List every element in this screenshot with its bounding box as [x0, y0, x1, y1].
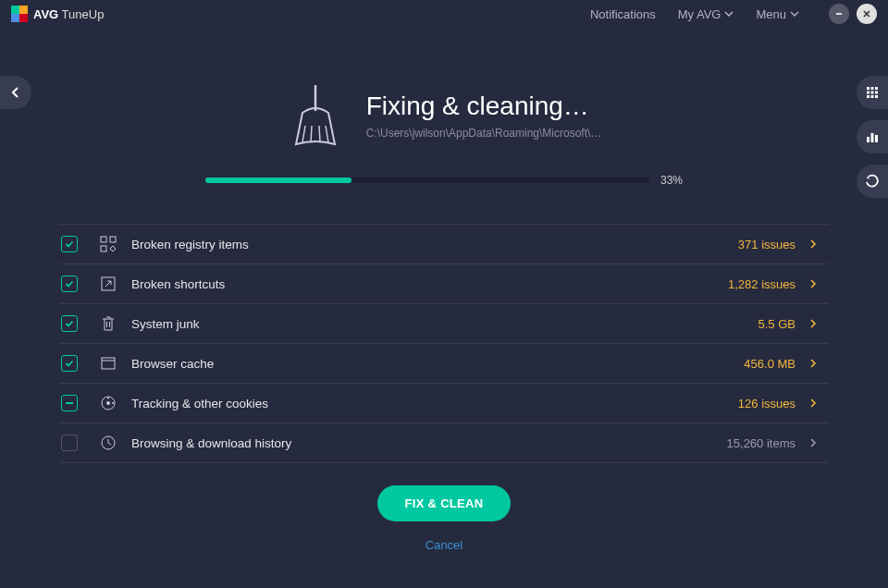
svg-rect-7: [867, 95, 870, 98]
check-icon: [65, 279, 74, 288]
checkbox[interactable]: [61, 435, 78, 451]
item-value: 5.5 GB: [758, 317, 796, 331]
browser-icon: [98, 355, 118, 372]
item-label: Broken registry items: [131, 238, 249, 251]
side-undo-button[interactable]: [857, 165, 888, 198]
list-item[interactable]: Broken shortcuts 1,282 issues: [59, 264, 829, 304]
page-title: Fixing & cleaning…: [366, 92, 602, 121]
chevron-down-icon: [790, 9, 799, 18]
item-label: System junk: [131, 317, 200, 331]
checkbox[interactable]: [61, 315, 78, 332]
cookies-icon: [98, 395, 118, 411]
indeterminate-icon: [66, 402, 73, 404]
list-item[interactable]: Browsing & download history 15,260 items: [59, 423, 829, 463]
svg-rect-1: [867, 87, 870, 90]
chevron-right-icon[interactable]: [808, 239, 818, 249]
cancel-link[interactable]: Cancel: [426, 538, 462, 552]
chevron-down-icon: [724, 9, 734, 18]
check-icon: [65, 319, 74, 328]
item-label: Tracking & other cookies: [131, 397, 268, 410]
svg-rect-14: [110, 237, 116, 242]
close-button[interactable]: [857, 4, 877, 24]
svg-point-22: [112, 402, 114, 404]
svg-rect-4: [867, 92, 870, 94]
registry-icon: [98, 236, 118, 252]
svg-rect-2: [871, 87, 874, 90]
svg-rect-11: [871, 133, 874, 142]
side-chart-button[interactable]: [857, 120, 888, 153]
items-list: Broken registry items 371 issues Broken …: [59, 224, 829, 463]
menu-dropdown[interactable]: Menu: [756, 7, 799, 21]
item-label: Browser cache: [131, 357, 214, 371]
history-icon: [98, 435, 118, 451]
chevron-right-icon[interactable]: [808, 359, 818, 368]
progress-bar: 33%: [59, 174, 829, 187]
checkbox[interactable]: [61, 355, 78, 372]
actions: FIX & CLEAN Cancel: [59, 485, 829, 552]
chevron-left-icon: [9, 86, 22, 99]
list-item[interactable]: System junk 5.5 GB: [59, 304, 829, 344]
svg-rect-5: [871, 92, 874, 94]
svg-point-21: [107, 398, 109, 399]
svg-rect-9: [875, 95, 878, 98]
broom-icon: [287, 83, 344, 148]
undo-icon: [865, 174, 880, 189]
item-label: Broken shortcuts: [131, 277, 225, 291]
check-icon: [65, 359, 74, 368]
logo: AVG TuneUp: [11, 6, 104, 22]
item-value: 126 issues: [738, 397, 796, 410]
progress-label: 33%: [660, 174, 683, 187]
svg-rect-10: [867, 137, 870, 142]
list-item[interactable]: Tracking & other cookies 126 issues: [59, 384, 829, 423]
fix-clean-button[interactable]: FIX & CLEAN: [377, 485, 512, 521]
item-value: 371 issues: [738, 238, 796, 251]
bar-chart-icon: [866, 130, 879, 143]
item-value: 1,282 issues: [728, 277, 796, 291]
minimize-button[interactable]: [829, 4, 849, 24]
list-item[interactable]: Browser cache 456.0 MB: [59, 344, 829, 384]
check-icon: [65, 239, 74, 249]
window-header: AVG TuneUp Notifications My AVG Menu: [0, 0, 888, 28]
grid-icon: [866, 86, 879, 99]
svg-rect-3: [875, 87, 878, 90]
notifications-link[interactable]: Notifications: [590, 7, 656, 21]
close-icon: [862, 9, 871, 18]
logo-icon: [11, 6, 28, 22]
svg-rect-13: [101, 237, 106, 242]
item-value: 15,260 items: [727, 436, 796, 450]
checkbox[interactable]: [61, 395, 78, 411]
chevron-right-icon[interactable]: [808, 279, 818, 288]
svg-point-20: [106, 401, 110, 405]
svg-rect-8: [871, 95, 874, 98]
progress-track: [205, 178, 649, 183]
svg-rect-15: [101, 246, 106, 251]
window-controls: [829, 4, 877, 24]
progress-fill: [205, 178, 352, 183]
shortcut-icon: [98, 276, 118, 292]
chevron-right-icon[interactable]: [808, 319, 818, 328]
header-right: Notifications My AVG Menu: [590, 4, 877, 24]
title-row: Fixing & cleaning… C:\Users\jwilson\AppD…: [59, 83, 829, 148]
my-avg-dropdown[interactable]: My AVG: [678, 7, 734, 21]
trash-icon: [98, 315, 118, 332]
main-content: Fixing & cleaning… C:\Users\jwilson\AppD…: [0, 28, 888, 552]
chevron-right-icon[interactable]: [808, 398, 818, 408]
svg-rect-12: [875, 135, 878, 142]
chevron-right-icon[interactable]: [808, 438, 818, 447]
item-value: 456.0 MB: [744, 357, 796, 371]
checkbox[interactable]: [61, 276, 78, 292]
current-path: C:\Users\jwilson\AppData\Roaming\Microso…: [366, 127, 602, 140]
svg-rect-17: [102, 358, 115, 369]
brand-text: AVG TuneUp: [33, 7, 104, 21]
svg-rect-6: [875, 92, 878, 94]
side-grid-button[interactable]: [857, 76, 888, 109]
item-label: Browsing & download history: [131, 436, 291, 450]
checkbox[interactable]: [61, 236, 78, 252]
minimize-icon: [834, 9, 844, 18]
list-item[interactable]: Broken registry items 371 issues: [59, 225, 829, 264]
